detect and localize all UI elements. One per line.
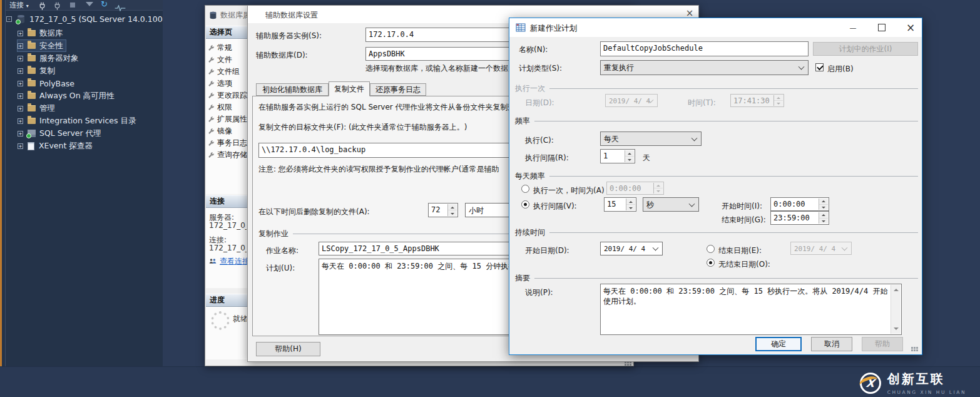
spinner-arrows[interactable]: [819, 198, 828, 210]
help-button[interactable]: 帮助: [862, 337, 903, 351]
tree-node-server[interactable]: - 172_17_0_5 (SQL Server 14.0.1000.169: [6, 13, 163, 24]
page-item-general[interactable]: 常规: [208, 42, 232, 53]
start-date-label: 开始日期(D):: [525, 245, 569, 256]
recurs-label: 执行间隔(R):: [525, 153, 569, 163]
page-item-extended-properties[interactable]: 扩展属性: [208, 113, 247, 125]
expand-icon[interactable]: +: [18, 143, 23, 149]
expand-icon[interactable]: +: [18, 106, 23, 111]
expand-icon[interactable]: +: [18, 43, 23, 49]
close-icon[interactable]: ×: [900, 18, 921, 37]
cancel-button[interactable]: 取消: [811, 337, 852, 351]
expand-icon[interactable]: +: [18, 131, 23, 137]
start-time-spinner[interactable]: 0:00:00: [770, 197, 829, 211]
tree-node-integration-services[interactable]: + Integration Services 目录: [18, 115, 139, 126]
tree-node-databases[interactable]: + 数据库: [18, 28, 66, 39]
enabled-checkbox[interactable]: [815, 63, 824, 71]
resize-grip[interactable]: [625, 361, 633, 366]
minimize-icon[interactable]: —: [842, 18, 864, 37]
description-textarea[interactable]: 每天在 0:00:00 和 23:59:00 之间、每 15 秒执行一次。将从 …: [600, 284, 902, 335]
date-select[interactable]: 2019/ 4/ 4: [605, 94, 658, 107]
tree-node-sql-agent[interactable]: + SQL Server 代理: [18, 128, 104, 139]
tree-node-label: 服务器对象: [39, 53, 79, 64]
recurs-unit-label: 天: [643, 153, 650, 163]
expand-icon[interactable]: +: [18, 118, 23, 124]
help-button[interactable]: 帮助(H): [256, 342, 320, 356]
tab-restore-log[interactable]: 还原事务日志: [370, 83, 426, 96]
schedule-type-select[interactable]: 重复执行: [600, 60, 809, 75]
tree-node-management[interactable]: + 管理: [18, 103, 58, 114]
screen: 连接 ▾ ↻ - 172_17_0_5 (SQL Server 14.0.100…: [0, 0, 980, 397]
expand-icon[interactable]: +: [18, 93, 23, 99]
recurs-spinner[interactable]: 1: [600, 149, 635, 163]
occurs-select[interactable]: 每天: [600, 131, 702, 146]
tree-node-polybase[interactable]: + PolyBase: [18, 78, 77, 89]
resize-grip[interactable]: [911, 347, 919, 352]
collapse-icon[interactable]: -: [6, 16, 12, 22]
page-item-options[interactable]: 选项: [208, 78, 232, 89]
expand-icon[interactable]: +: [18, 31, 23, 36]
spinner-arrows[interactable]: [653, 183, 663, 193]
connect-plug-icon[interactable]: [38, 1, 46, 13]
wrench-icon: [208, 92, 215, 99]
panel-divider: [5, 0, 6, 366]
wrench-icon: [208, 104, 215, 111]
tree-node-server-objects[interactable]: + 服务器对象: [18, 53, 81, 64]
page-item-files[interactable]: 文件: [208, 54, 232, 65]
disconnect-plug-icon[interactable]: [53, 1, 61, 13]
no-end-date-radio[interactable]: [707, 259, 715, 267]
tree-node-security[interactable]: + 安全性: [18, 40, 66, 51]
page-item-mirroring[interactable]: 镜像: [208, 125, 232, 137]
folder-icon: [28, 68, 36, 74]
schedule-label: 计划(U):: [266, 263, 295, 274]
filter-icon[interactable]: [86, 2, 93, 6]
end-time-spinner[interactable]: 23:59:00: [770, 211, 829, 225]
tree-node-replication[interactable]: + 复制: [18, 65, 58, 76]
spinner-arrows[interactable]: [773, 95, 783, 106]
ok-button[interactable]: 确定: [755, 337, 802, 351]
expand-icon[interactable]: +: [18, 81, 23, 86]
maximize-icon[interactable]: [871, 18, 892, 37]
view-connection-link[interactable]: 查看连接属性: [220, 256, 247, 267]
jobs-in-schedule-button[interactable]: 计划中的作业(I): [813, 42, 918, 56]
connect-menu[interactable]: 连接 ▾: [9, 1, 29, 10]
tab-copy-files[interactable]: 复制文件: [329, 81, 370, 96]
page-item-query-store[interactable]: 查询存储: [208, 149, 247, 160]
occurs-every-spinner[interactable]: 15: [604, 197, 636, 212]
stop-icon[interactable]: [70, 3, 75, 8]
instance-label: 辅助服务器实例(S):: [256, 31, 322, 41]
wrench-icon: [208, 128, 215, 135]
tree-node-alwayson[interactable]: + Always On 高可用性: [18, 90, 117, 101]
page-item-change-tracking[interactable]: 更改跟踪: [208, 90, 247, 101]
wrench-icon: [208, 140, 215, 147]
expand-icon[interactable]: +: [18, 68, 23, 74]
occurs-once-time-spinner[interactable]: 0:00:00: [606, 182, 664, 195]
name-input[interactable]: DefaultCopyJobSchedule: [600, 41, 809, 56]
tree-node-label: PolyBase: [39, 79, 74, 88]
schedule-titlebar[interactable]: 新建作业计划 — ×: [509, 18, 922, 37]
new-job-schedule-window: 新建作业计划 — × 名称(N): DefaultCopyJobSchedule…: [509, 18, 922, 355]
wrench-icon: [208, 116, 215, 123]
end-date-radio[interactable]: [707, 245, 715, 253]
start-date-select[interactable]: 2019/ 4/ 4: [600, 242, 663, 255]
spinner-arrows[interactable]: [447, 204, 457, 216]
delete-after-spinner[interactable]: 72: [428, 203, 458, 217]
activity-monitor-icon[interactable]: [115, 2, 126, 14]
end-date-select[interactable]: 2019/ 4/ 4: [790, 242, 852, 255]
refresh-icon[interactable]: ↻: [101, 0, 108, 9]
xevent-document-icon: [28, 142, 34, 150]
tree-node-xevent[interactable]: + XEvent 探查器: [18, 140, 95, 152]
scrollbar[interactable]: [891, 285, 901, 334]
page-item-log-shipping[interactable]: 事务日志: [208, 137, 247, 148]
page-item-filegroups[interactable]: 文件组: [208, 66, 240, 77]
tab-init-secondary[interactable]: 初始化辅助数据库: [256, 83, 329, 96]
folder-icon: [28, 55, 36, 61]
spinner-arrows[interactable]: [819, 212, 828, 224]
time-spinner[interactable]: 17:41:30: [730, 94, 784, 107]
expand-icon[interactable]: +: [18, 56, 23, 61]
occurs-once-radio[interactable]: [521, 185, 529, 193]
spinner-arrows[interactable]: [625, 150, 634, 162]
spinner-arrows[interactable]: [626, 198, 635, 210]
occurs-every-unit-select[interactable]: 秒: [643, 197, 699, 212]
occurs-every-radio[interactable]: [521, 200, 529, 209]
page-item-permissions[interactable]: 权限: [208, 101, 232, 113]
